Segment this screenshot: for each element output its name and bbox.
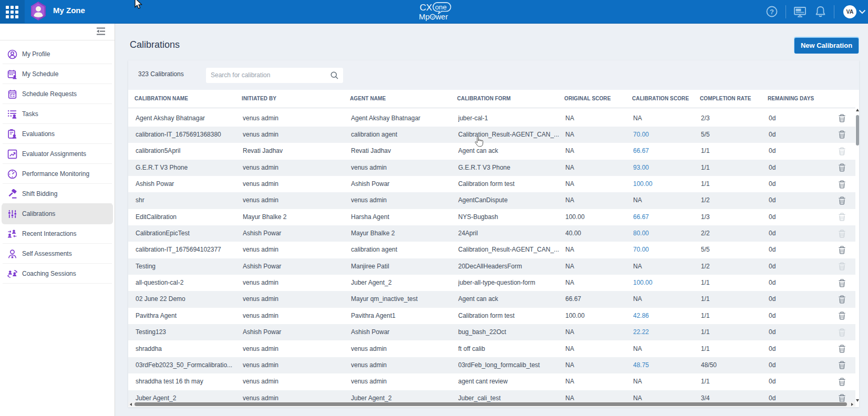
svg-text:Mp: Mp [419, 13, 429, 21]
svg-text:?: ? [770, 8, 774, 16]
svg-text:CX: CX [420, 3, 432, 13]
svg-text:wer: wer [435, 13, 448, 21]
svg-text:one: one [435, 3, 447, 11]
